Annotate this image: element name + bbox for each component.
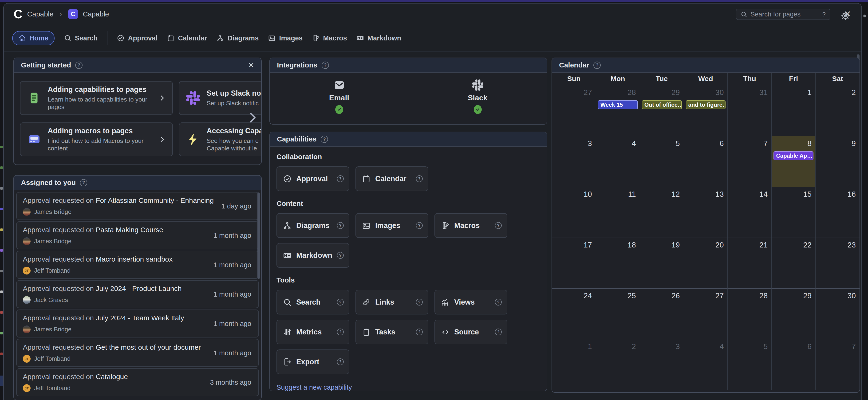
getting-started-card-adding-capabilities-to-pages[interactable]: Adding capabilities to pagesLearn how to… — [20, 81, 173, 115]
help-icon[interactable]: ? — [495, 299, 502, 305]
calendar-cell-16[interactable]: 16 — [815, 187, 860, 238]
calendar-cell-25[interactable]: 25 — [596, 288, 640, 339]
assigned-item[interactable]: Approval requested on For Atlassian Comm… — [16, 192, 259, 220]
calendar-cell-9[interactable]: 9 — [815, 136, 860, 187]
calendar-cell-7[interactable]: 7 — [727, 136, 772, 187]
help-icon[interactable]: ? — [337, 358, 344, 365]
help-icon[interactable]: ? — [337, 222, 344, 229]
integration-slack[interactable]: Slack — [408, 79, 547, 114]
getting-started-card-set-up-slack-not[interactable]: Set up Slack notSet up Slack notific — [179, 81, 261, 115]
tab-search[interactable]: Search — [64, 34, 98, 42]
calendar-cell-4[interactable]: 4 — [684, 339, 728, 390]
capability-search[interactable]: Search? — [277, 290, 349, 314]
calendar-cell-3[interactable]: 3 — [640, 339, 684, 390]
tab-calendar[interactable]: Calendar — [167, 34, 207, 42]
capability-approval[interactable]: Approval? — [277, 166, 349, 191]
calendar-cell-18[interactable]: 18 — [596, 238, 640, 288]
calendar-cell-27[interactable]: 27 — [552, 85, 596, 136]
capability-metrics[interactable]: Metrics? — [277, 320, 349, 344]
calendar-cell-27[interactable]: 27 — [684, 288, 728, 339]
tab-diagrams[interactable]: Diagrams — [217, 34, 258, 42]
calendar-cell-20[interactable]: 20 — [684, 238, 728, 288]
help-icon[interactable]: ? — [337, 175, 344, 182]
calendar-cell-28[interactable]: 28Week 15 — [596, 85, 640, 136]
carousel-next-icon[interactable] — [245, 110, 260, 125]
calendar-cell-23[interactable]: 23 — [815, 238, 860, 288]
help-icon[interactable]: ? — [321, 62, 329, 69]
calendar-cell-2[interactable]: 2 — [596, 339, 640, 390]
calendar-cell-5[interactable]: 5 — [727, 339, 772, 390]
calendar-event[interactable]: Out of office… — [642, 100, 682, 109]
getting-started-card-accessing-capa[interactable]: Accessing CapaSee how you can eCapable w… — [179, 123, 261, 156]
calendar-cell-31[interactable]: 31 — [727, 85, 772, 136]
calendar-cell-1[interactable]: 1 — [772, 85, 815, 136]
calendar-cell-8[interactable]: 8Capable Ap… — [772, 136, 815, 187]
capability-export[interactable]: Export? — [277, 349, 349, 374]
breadcrumb-current[interactable]: Capable — [83, 10, 109, 18]
calendar-cell-6[interactable]: 6 — [684, 136, 728, 187]
calendar-cell-11[interactable]: 11 — [596, 187, 640, 238]
help-icon[interactable]: ? — [337, 252, 344, 259]
calendar-cell-10[interactable]: 10 — [552, 187, 596, 238]
help-icon[interactable]: ? — [337, 329, 344, 335]
capability-tasks[interactable]: Tasks? — [355, 320, 428, 344]
help-icon[interactable]: ? — [416, 222, 423, 229]
capability-links[interactable]: Links? — [355, 290, 428, 314]
calendar-cell-15[interactable]: 15 — [772, 187, 815, 238]
help-icon[interactable]: ? — [321, 136, 328, 143]
help-icon[interactable]: ? — [80, 179, 87, 187]
capability-source[interactable]: Source? — [434, 320, 507, 344]
getting-started-card-adding-macros-to-pages[interactable]: Adding macros to pagesFind out how to ad… — [20, 123, 173, 156]
capability-markdown[interactable]: Markdown? — [277, 243, 349, 268]
help-icon[interactable]: ? — [416, 299, 423, 305]
capability-calendar[interactable]: Calendar? — [355, 166, 428, 191]
tab-macros[interactable]: Macros — [312, 34, 347, 42]
assigned-item[interactable]: Approval requested on July 2024 - Produc… — [16, 280, 259, 308]
assigned-item[interactable]: Approval requested on Macro insertion sa… — [16, 251, 259, 279]
help-icon[interactable]: ? — [337, 299, 344, 305]
assigned-item[interactable]: Approval requested on Pasta Making Cours… — [16, 222, 259, 249]
calendar-cell-30[interactable]: 30and to figure… — [684, 85, 728, 136]
calendar-cell-13[interactable]: 13 — [684, 187, 728, 238]
calendar-cell-4[interactable]: 4 — [596, 136, 640, 187]
suggest-capability-link[interactable]: Suggest a new capability — [277, 384, 352, 391]
calendar-cell-21[interactable]: 21 — [727, 238, 772, 288]
tab-approval[interactable]: Approval — [117, 34, 157, 42]
calendar-cell-1[interactable]: 1 — [552, 339, 596, 390]
tab-home[interactable]: Home — [12, 31, 55, 45]
calendar-cell-17[interactable]: 17 — [552, 238, 596, 288]
calendar-event[interactable]: Capable Ap… — [774, 152, 813, 160]
calendar-cell-2[interactable]: 2 — [815, 85, 860, 136]
capability-macros[interactable]: Macros? — [434, 213, 507, 238]
close-icon[interactable]: ✕ — [248, 61, 254, 69]
breadcrumb-root[interactable]: Capable — [27, 10, 54, 18]
capability-images[interactable]: Images? — [355, 213, 428, 238]
calendar-event[interactable]: and to figure… — [686, 100, 726, 109]
help-icon[interactable]: ? — [416, 175, 423, 182]
calendar-cell-19[interactable]: 19 — [640, 238, 684, 288]
assigned-scrollbar[interactable] — [257, 193, 260, 279]
tab-markdown[interactable]: Markdown — [356, 34, 401, 42]
calendar-cell-6[interactable]: 6 — [772, 339, 815, 390]
calendar-cell-24[interactable]: 24 — [552, 288, 596, 339]
assigned-item[interactable]: Approval requested on CatalogueJTJeff To… — [16, 368, 259, 396]
calendar-cell-30[interactable]: 30 — [815, 288, 860, 339]
search-input[interactable]: Search for pages ? — [736, 9, 830, 20]
assigned-item[interactable]: Approval requested on Get the most out o… — [16, 339, 259, 367]
calendar-cell-14[interactable]: 14 — [727, 187, 772, 238]
calendar-cell-5[interactable]: 5 — [640, 136, 684, 187]
calendar-event[interactable]: Week 15 — [598, 100, 638, 109]
calendar-cell-28[interactable]: 28 — [727, 288, 772, 339]
calendar-cell-3[interactable]: 3 — [552, 136, 596, 187]
calendar-cell-26[interactable]: 26 — [640, 288, 684, 339]
calendar-cell-29[interactable]: 29 — [772, 288, 815, 339]
calendar-cell-22[interactable]: 22 — [772, 238, 815, 288]
help-icon[interactable]: ? — [593, 62, 601, 69]
calendar-cell-7[interactable]: 7 — [815, 339, 860, 390]
capability-diagrams[interactable]: Diagrams? — [277, 213, 349, 238]
help-icon[interactable]: ? — [495, 329, 502, 335]
calendar-cell-29[interactable]: 29Out of office… — [640, 85, 684, 136]
assigned-item[interactable]: Approval requested on July 2024 - Team W… — [16, 309, 259, 337]
help-icon[interactable]: ? — [495, 222, 502, 229]
help-icon[interactable]: ? — [416, 329, 423, 335]
